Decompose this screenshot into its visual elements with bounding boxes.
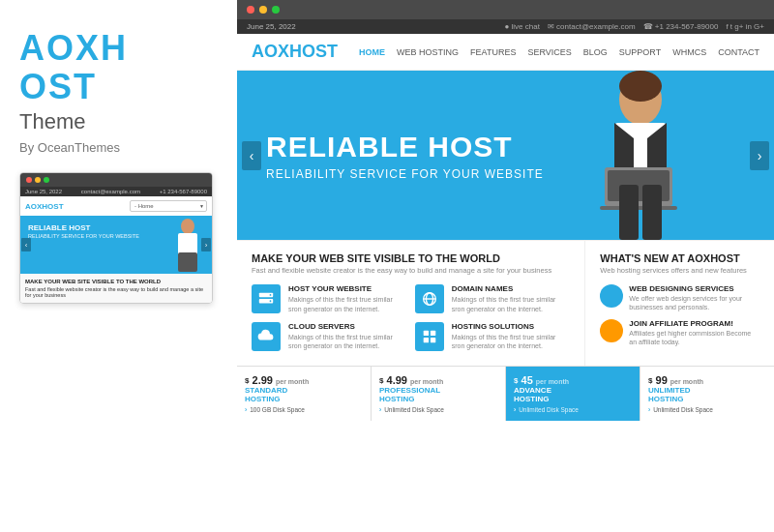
feature-host-desc: Makings of this the first true similar s…: [288, 295, 407, 314]
feature-cloud-desc: Makings of this the first true similar s…: [288, 333, 407, 352]
plan-unlimited: $ 99 per month UNLIMITEDHOSTING Unlimite…: [640, 367, 774, 421]
svg-rect-21: [431, 330, 435, 335]
nav-contact[interactable]: CONTACT: [718, 47, 759, 57]
svg-rect-23: [431, 337, 435, 341]
feature-host-text: HOST YOUR WEBSITE Makings of this the fi…: [288, 284, 407, 314]
server-icon: [257, 290, 275, 308]
site-navbar: AOXHOST HOME WEB HOSTING FEATURES SERVIC…: [237, 34, 774, 71]
plan-standard-name: STANDARDHOSTING: [245, 386, 363, 403]
svg-rect-22: [423, 337, 428, 341]
chevron-down-icon: ▼: [199, 203, 204, 209]
mini-contact: contact@example.com: [81, 189, 140, 194]
mini-section-title: MAKE YOUR WEB SITE VISIBLE TO THE WORLD: [25, 279, 207, 284]
plan-unlimited-price: $ 99 per month: [648, 374, 703, 386]
left-panel: AOXH OST Theme By OceanThemes June 25, 2…: [0, 0, 237, 532]
logo-text-2: OST: [302, 42, 338, 61]
mini-prev-btn[interactable]: ‹: [21, 238, 31, 251]
by-label: By OceanThemes: [19, 140, 120, 155]
mini-dot-yellow: [35, 177, 41, 183]
nav-services[interactable]: SERVICES: [527, 47, 571, 57]
hero-content: RELIABLE HOST RELIABILITY SERVICE FOR YO…: [237, 131, 573, 181]
feature-domain-desc: Makings of this the first true similar s…: [452, 295, 571, 314]
browser-chrome: [237, 0, 774, 19]
mini-section-sub: Fast and flexible website creator is the…: [25, 286, 207, 298]
svg-point-4: [619, 71, 662, 102]
mini-next-btn[interactable]: ›: [201, 238, 211, 251]
topbar-social: f t g+ in G+: [726, 22, 764, 31]
logo-line2: OST: [19, 67, 97, 106]
mini-dropdown: - Home ▼: [130, 200, 207, 212]
nav-support[interactable]: SUPPORT: [619, 47, 661, 57]
affiliate-desc: Affiliates get higher commission Become …: [629, 329, 759, 346]
plan-standard-price: $ 2.99 per month: [245, 374, 309, 386]
mini-traffic-lights: [20, 173, 212, 187]
logo-line1: AOXH: [19, 28, 128, 68]
features-sidebar: WHAT'S NEW AT AOXHOST Web hosting servic…: [585, 241, 774, 366]
feature-solutions-title: HOSTING SOLUTIONS: [452, 322, 571, 331]
features-main-subtitle: Fast and flexible website creator is the…: [252, 266, 570, 275]
mini-hero: ‹ RELIABLE HOST RELIABILITY SERVICE FOR …: [20, 216, 212, 274]
plan-professional: $ 4.99 per month PROFESSIONALHOSTING Unl…: [372, 367, 506, 421]
topbar-date: June 25, 2022: [247, 22, 296, 31]
feature-host-website: HOST YOUR WEBSITE Makings of this the fi…: [252, 284, 407, 314]
features-main-title: MAKE YOUR WEB SITE VISIBLE TO THE WORLD: [252, 252, 570, 264]
sidebar-subtitle: Web hosting services offers and new feat…: [600, 266, 759, 275]
svg-rect-20: [423, 330, 428, 335]
plan-professional-feature: Unlimited Disk Space: [379, 406, 497, 413]
plan-advanced: $ 45 per month ADVANCEHOSTING Unlimited …: [506, 367, 640, 421]
svg-point-15: [270, 294, 272, 296]
feature-domain-text: DOMAIN NAMES Makings of this the first t…: [452, 284, 571, 314]
topbar-right: ● live chat ✉ contact@example.com ☎ +1 2…: [504, 22, 764, 31]
svg-rect-11: [619, 185, 639, 240]
nav-features[interactable]: FEATURES: [470, 47, 516, 57]
hero-title: RELIABLE HOST: [266, 131, 544, 163]
mini-logo: AOXHOST: [25, 202, 64, 211]
main-browser: June 25, 2022 ● live chat ✉ contact@exam…: [237, 19, 774, 532]
pricing-section: $ 2.99 per month STANDARDHOSTING 100 GB …: [237, 366, 774, 421]
sidebar-item-affiliate: JOIN AFFILIATE PROGRAM! Affiliates get h…: [600, 319, 759, 346]
hero-prev-button[interactable]: ‹: [242, 141, 261, 170]
affiliate-icon: [600, 319, 623, 342]
plan-advanced-feature: Unlimited Disk Space: [514, 406, 632, 413]
dot-green[interactable]: [272, 6, 280, 14]
sidebar-title: WHAT'S NEW AT AOXHOST: [600, 252, 759, 264]
plan-advanced-price: $ 45 per month: [514, 374, 569, 386]
mini-dot-red: [26, 177, 32, 183]
mini-date: June 25, 2022: [25, 189, 62, 194]
nav-blog[interactable]: BLOG: [583, 47, 608, 57]
dot-red[interactable]: [247, 6, 254, 14]
plan-standard: $ 2.99 per month STANDARDHOSTING 100 GB …: [237, 367, 372, 421]
nav-whmcs[interactable]: WHMCS: [672, 47, 706, 57]
dot-yellow[interactable]: [259, 6, 267, 14]
mini-hero-title: RELIABLE HOST: [28, 223, 204, 232]
mini-topbar: June 25, 2022 contact@example.com +1 234…: [20, 187, 212, 196]
solutions-icon: [421, 328, 438, 345]
design-desc: We offer web design services for your bu…: [629, 294, 759, 311]
features-section: MAKE YOUR WEB SITE VISIBLE TO THE WORLD …: [237, 240, 774, 366]
mini-hero-sub: RELIABILITY SERVICE FOR YOUR WEBSITE: [28, 233, 204, 239]
mini-browser-preview: June 25, 2022 contact@example.com +1 234…: [19, 172, 213, 304]
hero-next-button[interactable]: ›: [750, 141, 769, 170]
feature-host-title: HOST YOUR WEBSITE: [288, 284, 407, 293]
plan-professional-price: $ 4.99 per month: [379, 374, 443, 386]
domain-icon: [421, 290, 438, 308]
nav-web-hosting[interactable]: WEB HOSTING: [397, 47, 459, 57]
mini-phone: +1 234-567-89000: [160, 189, 207, 194]
feature-domain-title: DOMAIN NAMES: [452, 284, 571, 293]
feature-cloud-icon: [252, 322, 281, 351]
topbar-contact: ✉ contact@example.com: [548, 22, 636, 31]
feature-domain-icon: [415, 284, 444, 313]
features-grid: HOST YOUR WEBSITE Makings of this the fi…: [252, 284, 570, 351]
person-figure-svg: [571, 71, 697, 240]
nav-home[interactable]: HOME: [359, 47, 385, 57]
topbar-phone: ☎ +1 234-567-89000: [643, 22, 719, 31]
affiliate-title: JOIN AFFILIATE PROGRAM!: [629, 319, 759, 328]
svg-point-16: [270, 300, 272, 302]
design-title: WEB DESIGNING SERVICES: [629, 284, 759, 293]
main-logo: AOXH OST: [19, 29, 128, 105]
svg-rect-2: [178, 252, 197, 272]
mini-nav: AOXHOST - Home ▼: [20, 196, 212, 216]
svg-rect-12: [642, 185, 662, 240]
right-panel: June 25, 2022 ● live chat ✉ contact@exam…: [237, 0, 774, 532]
plan-professional-name: PROFESSIONALHOSTING: [379, 386, 497, 403]
